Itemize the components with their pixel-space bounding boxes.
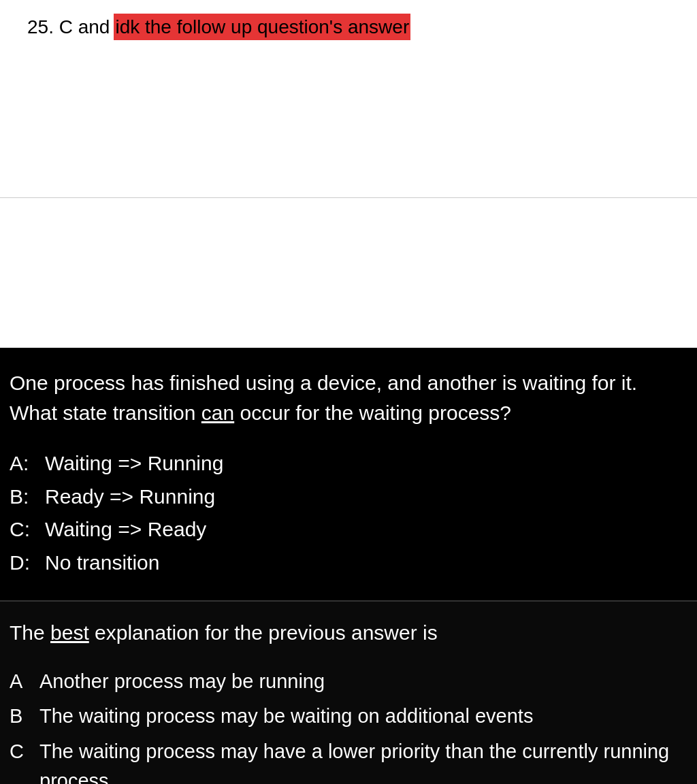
option-b-text: Ready => Running (45, 481, 215, 513)
followup-text-a: Another process may be running (39, 667, 687, 697)
followup-label-b: B (10, 702, 29, 732)
followup-question-text: The best explanation for the previous an… (10, 618, 687, 648)
followup-underline-word: best (50, 621, 89, 644)
followup-label-c: C (10, 737, 29, 767)
option-c-text: Waiting => Ready (45, 514, 206, 546)
option-d-row: D: No transition (10, 547, 687, 579)
main-question-section: One process has finished using a device,… (0, 348, 697, 600)
question-text-line2: What state transition can occur for the … (10, 402, 511, 424)
option-b-label: B: (10, 481, 34, 513)
option-d-text: No transition (45, 547, 159, 579)
main-question-text: One process has finished using a device,… (10, 368, 687, 427)
option-a-row: A: Waiting => Running (10, 448, 687, 480)
option-a-text: Waiting => Running (45, 448, 223, 480)
option-b-row: B: Ready => Running (10, 481, 687, 513)
followup-text-b: The waiting process may be waiting on ad… (39, 702, 687, 732)
followup-text-c: The waiting process may have a lower pri… (39, 737, 687, 785)
question-text-line1: One process has finished using a device,… (10, 372, 637, 394)
top-section: 25. C and idk the follow up question's a… (0, 0, 697, 197)
option-d-label: D: (10, 547, 34, 579)
highlighted-answer-text: idk the follow up question's answer (114, 14, 410, 40)
option-a-label: A: (10, 448, 34, 480)
underline-word: can (201, 402, 234, 424)
followup-section: The best explanation for the previous an… (0, 600, 697, 784)
white-gap-area (0, 198, 697, 348)
followup-option-b: B The waiting process may be waiting on … (10, 702, 687, 732)
followup-label-a: A (10, 667, 29, 697)
option-c-row: C: Waiting => Ready (10, 514, 687, 546)
option-c-label: C: (10, 514, 34, 546)
question-answer-line: 25. C and idk the follow up question's a… (27, 14, 670, 40)
followup-option-a: A Another process may be running (10, 667, 687, 697)
question-number: 25. C and (27, 14, 110, 40)
followup-option-c: C The waiting process may have a lower p… (10, 737, 687, 785)
